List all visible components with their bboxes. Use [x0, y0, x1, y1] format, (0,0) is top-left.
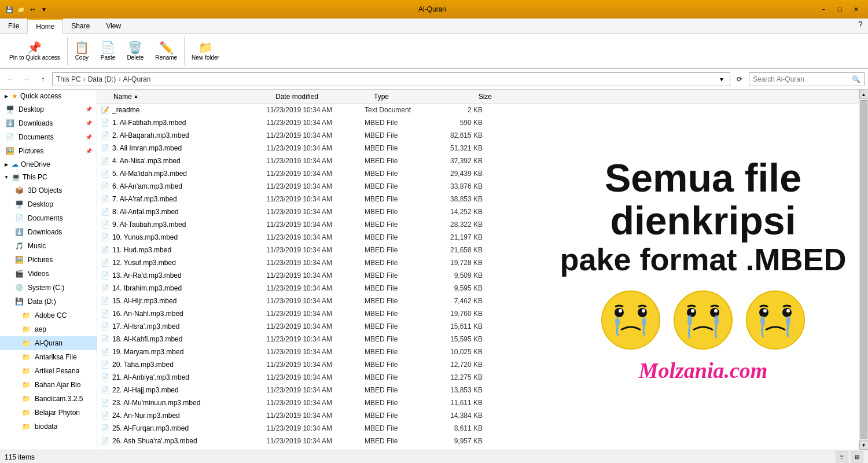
sidebar-item-music[interactable]: 🎵 Music [0, 239, 97, 253]
sidebar-item-antariksa[interactable]: 📁 Antariksa File [0, 350, 97, 364]
maximize-button[interactable]: □ [832, 3, 847, 15]
sidebar-item-datad[interactable]: 💾 Data (D:) [0, 295, 97, 308]
sidebar-item-aep[interactable]: 📁 aep [0, 322, 97, 336]
onedrive-header[interactable]: ▶ ☁ OneDrive [0, 158, 97, 171]
ribbon-help-button[interactable]: ? [853, 19, 868, 30]
file-row[interactable]: 📄 14. Ibrahim.mp3.mbed 11/23/2019 10:34 … [97, 282, 859, 295]
col-header-name[interactable]: Name ▲ [109, 93, 271, 101]
file-row[interactable]: 📄 13. Ar-Ra'd.mp3.mbed 11/23/2019 10:34 … [97, 269, 859, 282]
file-list-header: Name ▲ Date modified Type Size [97, 90, 859, 104]
save-icon: 💾 [5, 5, 14, 14]
scrollbar-right[interactable]: ▲ ▼ [859, 90, 868, 450]
sidebar-item-desktop-qa[interactable]: 🖥️ Desktop 📌 [0, 102, 97, 116]
file-row[interactable]: 📄 8. Al-Anfal.mp3.mbed 11/23/2019 10:34 … [97, 205, 859, 218]
search-input[interactable] [753, 75, 852, 83]
file-row[interactable]: 📄 4. An-Nisa'.mp3.mbed 11/23/2019 10:34 … [97, 155, 859, 167]
sidebar-item-downloads-qa[interactable]: ⬇️ Downloads 📌 [0, 116, 97, 130]
sidebar-item-belajar[interactable]: 📁 Belajar Phyton [0, 406, 97, 420]
dropdown-icon[interactable]: ▼ [39, 5, 49, 14]
view-grid-button[interactable]: ⊞ [851, 451, 863, 464]
tab-share[interactable]: Share [63, 19, 98, 33]
refresh-button[interactable]: ⟳ [733, 72, 746, 86]
file-row[interactable]: 📄 21. Al-Anbiya'.mp3.mbed 11/23/2019 10:… [97, 371, 859, 384]
file-row[interactable]: 📄 5. Al-Ma'idah.mp3.mbed 11/23/2019 10:3… [97, 167, 859, 180]
sidebar-item-documents-qa[interactable]: 📄 Documents 📌 [0, 130, 97, 144]
file-type-icon: 📄 [100, 321, 110, 332]
scroll-down-button[interactable]: ▼ [859, 440, 869, 450]
file-row[interactable]: 📄 23. Al-Mu'minuun.mp3.mbed 11/23/2019 1… [97, 396, 859, 409]
desktop-icon: 🖥️ [5, 104, 15, 115]
tab-file[interactable]: File [0, 19, 27, 33]
tab-view[interactable]: View [98, 19, 129, 33]
ribbon-rename-button[interactable]: ✏️ Rename [150, 38, 182, 63]
sidebar-item-desktop-pc[interactable]: 🖥️ Desktop [0, 197, 97, 211]
file-row[interactable]: 📄 22. Al-Hajj.mp3.mbed 11/23/2019 10:34 … [97, 384, 859, 396]
forward-button[interactable]: → [20, 72, 34, 86]
sidebar-item-biodata[interactable]: 📁 biodata [0, 420, 97, 433]
scroll-up-button[interactable]: ▲ [859, 90, 869, 99]
file-type-icon: 📄 [100, 385, 110, 395]
status-bar: 115 items ≡ ⊞ [0, 450, 868, 463]
thispc-header[interactable]: ▼ 💻 This PC [0, 171, 97, 183]
col-header-type[interactable]: Type [369, 93, 439, 101]
close-button[interactable]: ✕ [848, 3, 863, 15]
file-size: 13,853 KB [429, 386, 487, 394]
file-size: 11,611 KB [429, 399, 487, 407]
scroll-thumb[interactable] [860, 100, 867, 439]
file-row[interactable]: 📄 15. Al-Hijr.mp3.mbed 11/23/2019 10:34 … [97, 295, 859, 307]
file-row[interactable]: 📝 _readme 11/23/2019 10:34 AM Text Docum… [97, 104, 859, 116]
file-row[interactable]: 📄 19. Maryam.mp3.mbed 11/23/2019 10:34 A… [97, 346, 859, 358]
sidebar-item-bandicam[interactable]: 📁 Bandicam.3.2.5 [0, 392, 97, 406]
file-row[interactable]: 📄 20. Taha.mp3.mbed 11/23/2019 10:34 AM … [97, 358, 859, 371]
file-row[interactable]: 📄 3. Ali Imran.mp3.mbed 11/23/2019 10:34… [97, 142, 859, 155]
file-row[interactable]: 📄 18. Al-Kahfi.mp3.mbed 11/23/2019 10:34… [97, 333, 859, 346]
sidebar-label-bandicam: Bandicam.3.2.5 [35, 395, 83, 403]
quick-access-header[interactable]: ▶ ★ Quick access [0, 90, 97, 102]
minimize-button[interactable]: − [816, 3, 831, 15]
file-row[interactable]: 📄 24. An-Nur.mp3.mbed 11/23/2019 10:34 A… [97, 409, 859, 422]
sidebar-item-downloads-pc[interactable]: ⬇️ Downloads [0, 225, 97, 239]
file-name: 3. Ali Imran.mp3.mbed [112, 144, 262, 152]
tab-home[interactable]: Home [27, 19, 63, 34]
address-path[interactable]: This PC › Data (D:) › Al-Quran ▾ [52, 72, 730, 86]
ribbon-paste-button[interactable]: 📄 Paste [96, 38, 120, 63]
file-row[interactable]: 📄 16. An-Nahl.mp3.mbed 11/23/2019 10:34 … [97, 307, 859, 320]
sidebar-item-adobecc[interactable]: 📁 Adobe CC [0, 308, 97, 322]
up-button[interactable]: ↑ [36, 72, 50, 86]
ribbon-copy-button[interactable]: 📋 Copy [70, 38, 94, 63]
ribbon-pin-button[interactable]: 📌 Pin to Quick access [5, 38, 65, 63]
path-dropdown[interactable]: ▾ [717, 75, 726, 83]
file-row[interactable]: 📄 7. Al-A'raf.mp3.mbed 11/23/2019 10:34 … [97, 193, 859, 205]
file-row[interactable]: 📄 17. Al-Isra'.mp3.mbed 11/23/2019 10:34… [97, 320, 859, 333]
file-row[interactable]: 📄 1. Al-Fatihah.mp3.mbed 11/23/2019 10:3… [97, 116, 859, 129]
file-row[interactable]: 📄 12. Yusuf.mp3.mbed 11/23/2019 10:34 AM… [97, 256, 859, 269]
file-row[interactable]: 📄 2. Al-Baqarah.mp3.mbed 11/23/2019 10:3… [97, 129, 859, 142]
file-row[interactable]: 📄 27. An-Naml.mp3.mbed 11/23/2019 10:34 … [97, 447, 859, 450]
sidebar-item-videos[interactable]: 🎬 Videos [0, 267, 97, 281]
view-list-button[interactable]: ≡ [836, 451, 848, 464]
sidebar-item-artikel[interactable]: 📁 Artikel Pesana [0, 364, 97, 378]
path-thispc[interactable]: This PC [56, 75, 81, 83]
file-row[interactable]: 📄 26. Ash Shua'ra'.mp3.mbed 11/23/2019 1… [97, 435, 859, 447]
sidebar-item-alquran[interactable]: 📁 Al-Quran [0, 336, 97, 350]
ribbon-delete-button[interactable]: 🗑️ Delete [122, 38, 148, 63]
back-button[interactable]: ← [3, 72, 17, 86]
file-row[interactable]: 📄 9. At-Taubah.mp3.mbed 11/23/2019 10:34… [97, 218, 859, 231]
path-alquran[interactable]: Al-Quran [123, 75, 150, 83]
file-row[interactable]: 📄 6. Al-An'am.mp3.mbed 11/23/2019 10:34 … [97, 180, 859, 193]
col-header-date[interactable]: Date modified [271, 93, 369, 101]
sidebar-item-3d[interactable]: 📦 3D Objects [0, 183, 97, 197]
sidebar-item-documents-pc[interactable]: 📄 Documents [0, 211, 97, 225]
folder-icon: 📁 [16, 5, 25, 14]
sidebar-item-pictures-pc[interactable]: 🖼️ Pictures [0, 253, 97, 267]
path-datad[interactable]: Data (D:) [88, 75, 116, 83]
file-row[interactable]: 📄 11. Hud.mp3.mbed 11/23/2019 10:34 AM M… [97, 244, 859, 256]
file-row[interactable]: 📄 10. Yunus.mp3.mbed 11/23/2019 10:34 AM… [97, 231, 859, 244]
sidebar-item-bahan[interactable]: 📁 Bahan Ajar Blo [0, 378, 97, 392]
sidebar-item-pictures-qa[interactable]: 🖼️ Pictures 📌 [0, 144, 97, 158]
col-header-size[interactable]: Size [439, 93, 496, 101]
ribbon-newfolder-button[interactable]: 📁 New folder [187, 38, 224, 63]
file-row[interactable]: 📄 25. Al-Furqan.mp3.mbed 11/23/2019 10:3… [97, 422, 859, 435]
desktop-pc-icon: 🖥️ [14, 199, 24, 210]
sidebar-item-systemc[interactable]: 💿 System (C:) [0, 281, 97, 295]
